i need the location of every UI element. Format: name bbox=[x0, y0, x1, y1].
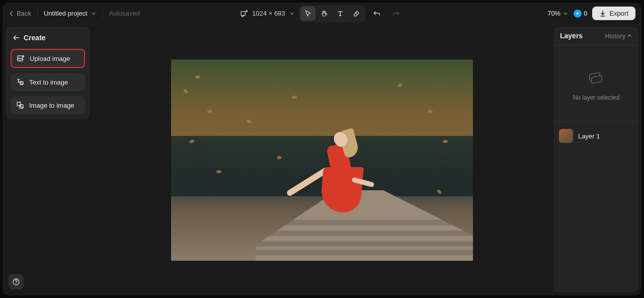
upload-image-label: Upload image bbox=[30, 55, 70, 62]
text-icon bbox=[337, 10, 345, 18]
resize-icon bbox=[240, 10, 248, 18]
svg-rect-0 bbox=[241, 12, 245, 16]
eraser-icon bbox=[353, 10, 361, 18]
export-button[interactable]: Export bbox=[592, 7, 635, 20]
create-panel: Create Upload image Text to image Image … bbox=[6, 27, 90, 119]
zoom-label: 70% bbox=[547, 10, 560, 17]
tab-history-label: History bbox=[605, 32, 625, 40]
autosaved-status: Autosaved bbox=[109, 10, 140, 17]
layers-panel: Layers History No layer selected Layer 1 bbox=[554, 27, 638, 292]
text-to-image-label: Text to image bbox=[29, 79, 68, 86]
hand-tool[interactable] bbox=[317, 7, 332, 21]
divider bbox=[103, 9, 103, 18]
layers-list: Layer 1 bbox=[554, 122, 638, 150]
create-panel-header[interactable]: Create bbox=[11, 34, 85, 44]
divider bbox=[37, 9, 38, 18]
tool-group bbox=[299, 5, 366, 22]
back-arrow-icon bbox=[13, 34, 20, 41]
redo-button[interactable] bbox=[389, 7, 404, 21]
chevron-down-icon bbox=[562, 11, 569, 17]
dimensions-label: 1024 × 683 bbox=[252, 10, 285, 17]
chevron-down-icon bbox=[91, 11, 97, 17]
help-button[interactable] bbox=[9, 274, 24, 289]
create-title: Create bbox=[24, 34, 46, 42]
topbar: Back Untitled project Autosaved 1024 × 6… bbox=[3, 3, 641, 25]
tab-history[interactable]: History bbox=[605, 32, 632, 40]
chevron-down-icon bbox=[289, 11, 295, 17]
credit-icon: ✦ bbox=[574, 10, 582, 18]
redo-icon bbox=[392, 10, 400, 18]
layers-stack-icon bbox=[589, 73, 603, 84]
project-name[interactable]: Untitled project bbox=[44, 10, 97, 17]
text-to-image-icon bbox=[16, 78, 24, 86]
cursor-tool[interactable] bbox=[301, 7, 316, 21]
image-to-image-icon bbox=[16, 101, 24, 109]
eraser-tool[interactable] bbox=[349, 7, 364, 21]
zoom-control[interactable]: 70% bbox=[547, 10, 569, 17]
no-layer-placeholder: No layer selected bbox=[554, 45, 638, 122]
layer-label: Layer 1 bbox=[578, 132, 600, 140]
no-layer-text: No layer selected bbox=[573, 94, 620, 101]
export-label: Export bbox=[609, 10, 628, 17]
upload-image-icon bbox=[17, 54, 25, 62]
cursor-icon bbox=[304, 10, 312, 18]
image-to-image-label: Image to image bbox=[29, 102, 74, 109]
undo-button[interactable] bbox=[370, 7, 385, 21]
back-button[interactable]: Back bbox=[9, 10, 31, 17]
back-label: Back bbox=[17, 10, 31, 17]
upload-image-button[interactable]: Upload image bbox=[11, 49, 85, 68]
text-tool[interactable] bbox=[333, 7, 348, 21]
chevron-left-icon bbox=[9, 11, 15, 17]
chevron-up-icon bbox=[626, 33, 632, 39]
hand-icon bbox=[320, 10, 329, 18]
download-icon bbox=[599, 10, 606, 17]
image-to-image-button[interactable]: Image to image bbox=[11, 96, 85, 114]
tab-layers[interactable]: Layers bbox=[560, 32, 583, 40]
credits-counter[interactable]: ✦ 0 bbox=[574, 10, 587, 18]
layer-item[interactable]: Layer 1 bbox=[559, 129, 633, 143]
credits-value: 0 bbox=[584, 10, 587, 17]
undo-icon bbox=[373, 10, 381, 18]
canvas-area[interactable] bbox=[90, 25, 554, 295]
canvas-image[interactable] bbox=[171, 59, 473, 261]
layer-thumbnail bbox=[559, 129, 573, 143]
canvas-dimensions[interactable]: 1024 × 683 bbox=[240, 10, 295, 18]
text-to-image-button[interactable]: Text to image bbox=[11, 73, 85, 91]
help-icon bbox=[12, 278, 20, 286]
svg-rect-3 bbox=[17, 102, 21, 106]
project-name-label: Untitled project bbox=[44, 10, 88, 17]
